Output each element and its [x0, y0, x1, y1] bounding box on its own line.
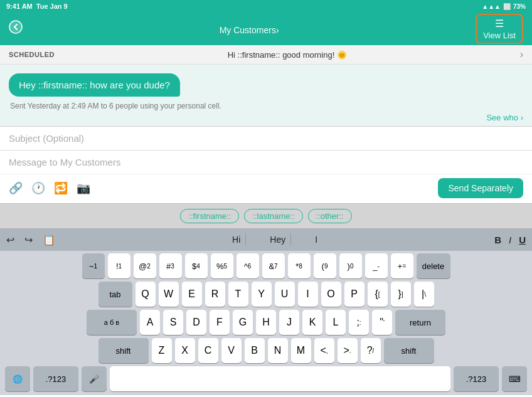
key-1[interactable]: !1: [108, 253, 130, 278]
tag-lastname[interactable]: ::lastname::: [244, 209, 302, 223]
status-left: 9:41 AM Tue Jan 9: [6, 3, 68, 10]
key-2[interactable]: @2: [134, 253, 156, 278]
suggest-hi[interactable]: Hi: [227, 233, 246, 246]
header-title[interactable]: My Customers›: [220, 22, 279, 36]
key-i[interactable]: I: [298, 282, 318, 307]
key-4[interactable]: $4: [185, 253, 208, 278]
paste-icon[interactable]: 📋: [43, 234, 55, 246]
key-plus[interactable]: +=: [391, 253, 413, 278]
key-numbers-right[interactable]: .?123: [454, 366, 499, 391]
key-comma[interactable]: <,: [314, 338, 334, 363]
key-space[interactable]: [110, 366, 450, 391]
key-shift-right[interactable]: shift: [384, 338, 434, 363]
message-field[interactable]: Message to My Customers: [0, 151, 532, 174]
key-7[interactable]: &7: [262, 253, 285, 278]
key-r[interactable]: R: [205, 282, 225, 307]
underline-button[interactable]: U: [519, 235, 526, 245]
key-n[interactable]: N: [268, 338, 288, 363]
key-backslash[interactable]: |\: [414, 282, 434, 307]
key-quote[interactable]: "': [372, 310, 392, 335]
key-s[interactable]: S: [163, 310, 183, 335]
key-9[interactable]: (9: [314, 253, 336, 278]
scheduled-chevron: ›: [520, 49, 523, 60]
key-mic[interactable]: 🎤: [82, 366, 107, 391]
attachment-icon[interactable]: 🔗: [9, 181, 23, 195]
key-8[interactable]: *8: [288, 253, 311, 278]
see-who-link[interactable]: See who ›: [9, 113, 523, 122]
tag-firstname[interactable]: ::firstname::: [180, 209, 239, 223]
link-icon[interactable]: 🔁: [54, 181, 68, 195]
key-3[interactable]: #3: [159, 253, 182, 278]
keyboard: ↩ ↪ 📋 Hi Hey I B I U ~1 !1 @2 #3 $4 %5 ^…: [0, 228, 532, 395]
key-y[interactable]: Y: [252, 282, 272, 307]
key-j[interactable]: J: [279, 310, 299, 335]
key-m[interactable]: M: [291, 338, 311, 363]
key-f[interactable]: F: [210, 310, 230, 335]
message-bubble: Hey ::firstname:: how are you dude?: [9, 73, 180, 97]
tag-other[interactable]: ::other::: [308, 209, 352, 223]
key-bracket-open[interactable]: {[: [368, 282, 388, 307]
key-globe[interactable]: 🌐: [5, 366, 30, 391]
key-keyboard[interactable]: ⌨: [502, 366, 527, 391]
key-e[interactable]: E: [182, 282, 202, 307]
clock-icon[interactable]: 🕐: [31, 181, 45, 195]
key-period[interactable]: >.: [338, 338, 358, 363]
key-6[interactable]: ^6: [237, 253, 259, 278]
battery-level: 73%: [513, 3, 526, 10]
key-delete[interactable]: delete: [417, 253, 450, 278]
key-g[interactable]: G: [233, 310, 253, 335]
key-minus[interactable]: _-: [365, 253, 388, 278]
date: Tue Jan 9: [36, 3, 68, 10]
key-semicolon[interactable]: ;:: [349, 310, 369, 335]
svg-point-0: [9, 21, 22, 33]
view-list-button[interactable]: ☰ View List: [476, 14, 523, 44]
image-icon[interactable]: 📷: [77, 181, 90, 195]
tag-chips: ::firstname:: ::lastname:: ::other::: [0, 203, 532, 228]
undo-icon[interactable]: ↩: [6, 234, 14, 246]
key-0[interactable]: )0: [339, 253, 362, 278]
bold-button[interactable]: B: [494, 235, 501, 245]
key-w[interactable]: W: [159, 282, 179, 307]
key-shift-left[interactable]: shift: [98, 338, 149, 363]
key-h[interactable]: H: [256, 310, 276, 335]
row-zxcv: shift Z X C V B N M <, >. ?/ shift: [3, 338, 529, 363]
view-list-label: View List: [483, 31, 516, 40]
row-bottom: 🌐 .?123 🎤 .?123 ⌨: [3, 366, 529, 394]
italic-button[interactable]: I: [509, 235, 511, 245]
key-return[interactable]: return: [395, 310, 445, 335]
subject-field[interactable]: Subject (Optional): [0, 127, 532, 151]
key-b[interactable]: B: [245, 338, 265, 363]
key-t[interactable]: T: [228, 282, 248, 307]
key-z[interactable]: Z: [152, 338, 172, 363]
suggest-i[interactable]: I: [310, 233, 322, 246]
key-c[interactable]: C: [198, 338, 218, 363]
row-numbers: ~1 !1 @2 #3 $4 %5 ^6 &7 *8 (9 )0 _- += d…: [3, 253, 529, 278]
key-x[interactable]: X: [175, 338, 195, 363]
key-k[interactable]: K: [302, 310, 322, 335]
back-button[interactable]: [9, 20, 23, 38]
key-tab[interactable]: tab: [98, 282, 132, 307]
key-v[interactable]: V: [221, 338, 242, 363]
key-tilde[interactable]: ~1: [82, 253, 105, 278]
scheduled-preview: Hi ::firstname:: good morning! 🌞: [228, 50, 347, 60]
key-slash[interactable]: ?/: [361, 338, 381, 363]
key-o[interactable]: O: [321, 282, 341, 307]
scheduled-row[interactable]: SCHEDULED Hi ::firstname:: good morning!…: [0, 45, 532, 65]
redo-icon[interactable]: ↪: [24, 234, 33, 246]
message-text: Hey ::firstname:: how are you dude?: [19, 80, 170, 90]
key-numbers-left[interactable]: .?123: [33, 366, 78, 391]
compose-section: Subject (Optional) Message to My Custome…: [0, 126, 532, 203]
key-5[interactable]: %5: [211, 253, 233, 278]
key-l[interactable]: L: [326, 310, 346, 335]
key-a[interactable]: A: [140, 310, 160, 335]
compose-icons: 🔗 🕐 🔁 📷: [9, 181, 90, 195]
key-cyrillic[interactable]: а б в: [87, 310, 137, 335]
key-d[interactable]: D: [186, 310, 206, 335]
suggest-hey[interactable]: Hey: [265, 233, 291, 246]
battery-icon: ⬜: [503, 3, 511, 10]
key-u[interactable]: U: [275, 282, 295, 307]
key-p[interactable]: P: [344, 282, 364, 307]
send-button[interactable]: Send Separately: [438, 178, 523, 198]
key-q[interactable]: Q: [136, 282, 156, 307]
key-bracket-close[interactable]: }]: [391, 282, 411, 307]
